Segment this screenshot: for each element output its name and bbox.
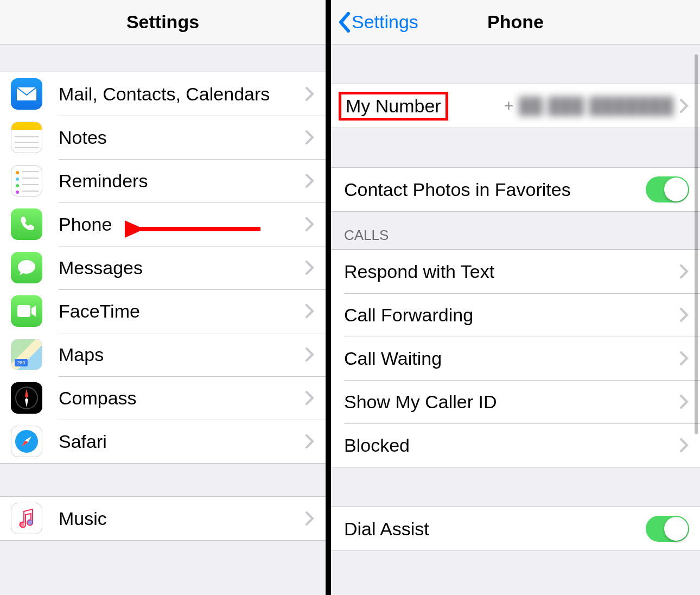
dial-assist-group: Dial Assist [331,507,700,551]
settings-group-media: Music [0,496,326,541]
cell-label: Notes [59,127,305,148]
chevron-right-icon [305,347,315,362]
chevron-right-icon [679,98,689,113]
cell-label: Mail, Contacts, Calendars [59,84,305,105]
chevron-right-icon [305,173,315,188]
dial-assist-row[interactable]: Dial Assist [331,507,700,550]
blocked-row[interactable]: Blocked [331,423,700,467]
chevron-right-icon [679,351,689,366]
cell-label: Maps [59,344,305,365]
cell-label: Dial Assist [344,518,646,540]
reminders-icon [11,165,42,197]
settings-item-music[interactable]: Music [0,497,326,540]
chevron-right-icon [305,390,315,406]
page-title: Phone [487,11,544,33]
cell-label: Compass [59,388,305,409]
music-icon [11,503,42,534]
settings-item-notes[interactable]: Notes [0,116,326,159]
contact-photos-group: Contact Photos in Favorites [331,167,700,212]
settings-item-phone[interactable]: Phone [0,202,326,246]
safari-icon [11,426,42,457]
notes-icon [11,122,42,153]
respond-with-text-row[interactable]: Respond with Text [331,250,700,293]
navbar: Settings [0,0,326,45]
contact-photos-row[interactable]: Contact Photos in Favorites [331,168,700,211]
settings-item-safari[interactable]: Safari [0,420,326,463]
cell-label: Phone [59,214,305,235]
settings-item-messages[interactable]: Messages [0,246,326,289]
show-caller-id-row[interactable]: Show My Caller ID [331,380,700,423]
cell-label: Music [59,508,305,529]
phone-icon [11,208,42,240]
compass-icon [11,382,42,414]
cell-label: Respond with Text [344,261,679,282]
navbar: Settings Phone [331,0,700,45]
cell-label: Blocked [344,435,679,456]
cell-label: Call Waiting [344,348,679,369]
chevron-right-icon [305,303,315,319]
facetime-icon [11,295,42,327]
my-number-group: My Number + ██ ███ ███████ [331,84,700,128]
messages-icon [11,252,42,283]
mail-icon [11,78,42,110]
chevron-right-icon [305,511,315,526]
chevron-right-icon [305,217,315,232]
cell-label: My Number [346,96,441,116]
my-number-value: ██ ███ ███████ [519,97,674,115]
page-title: Settings [126,11,199,33]
chevron-right-icon [679,264,689,279]
my-number-row[interactable]: My Number + ██ ███ ███████ [331,84,700,128]
chevron-right-icon [305,260,315,275]
chevron-right-icon [305,434,315,449]
settings-screen: Settings Mail, Contacts, Calendars Notes [0,0,326,595]
my-number-prefix: + [504,97,514,115]
back-label: Settings [352,11,418,33]
svg-rect-0 [17,305,30,317]
chevron-right-icon [679,394,689,409]
cell-label: Call Forwarding [344,305,679,326]
dial-assist-toggle[interactable] [646,516,689,542]
call-forwarding-row[interactable]: Call Forwarding [331,293,700,337]
cell-label: Show My Caller ID [344,391,679,413]
settings-group-apps: Mail, Contacts, Calendars Notes [0,72,326,464]
chevron-right-icon [679,438,689,453]
scroll-indicator[interactable] [695,54,698,434]
calls-group: Respond with Text Call Forwarding Call W… [331,249,700,467]
chevron-right-icon [305,86,315,102]
call-waiting-row[interactable]: Call Waiting [331,337,700,380]
back-button[interactable]: Settings [338,11,418,33]
settings-item-reminders[interactable]: Reminders [0,159,326,202]
chevron-left-icon [338,11,351,33]
chevron-right-icon [679,307,689,322]
svg-point-4 [19,522,24,527]
settings-item-facetime[interactable]: FaceTime [0,289,326,333]
highlight-annotation: My Number [339,92,448,121]
svg-point-5 [28,520,33,525]
contact-photos-toggle[interactable] [646,176,689,202]
chevron-right-icon [305,130,315,145]
cell-label: Messages [59,257,305,278]
cell-label: Reminders [59,170,305,192]
settings-item-maps[interactable]: 280 Maps [0,333,326,376]
calls-section-header: CALLS [331,212,700,249]
maps-icon: 280 [11,339,42,370]
settings-item-mail[interactable]: Mail, Contacts, Calendars [0,72,326,116]
cell-label: Safari [59,431,305,452]
settings-item-compass[interactable]: Compass [0,376,326,420]
cell-label: Contact Photos in Favorites [344,179,646,200]
phone-settings-screen: Settings Phone My Number + ██ ███ ██████… [331,0,700,595]
cell-label: FaceTime [59,301,305,322]
